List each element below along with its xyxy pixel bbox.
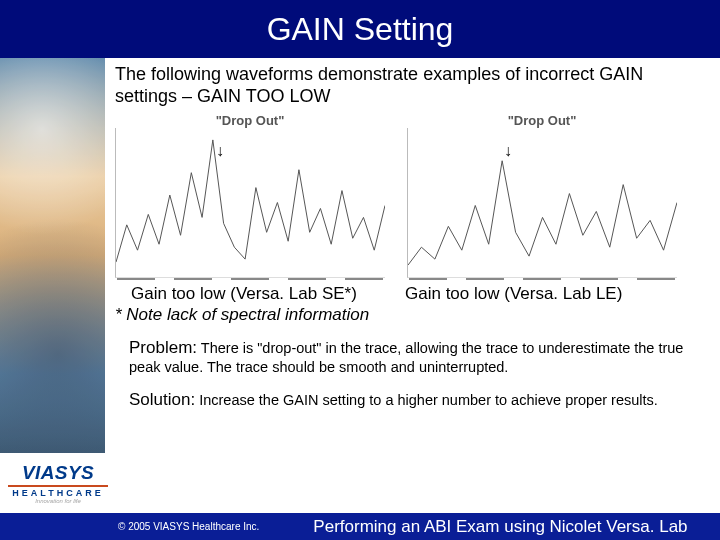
chart-right: "Drop Out" ↓ xyxy=(407,113,677,280)
content-area: The following waveforms demonstrate exam… xyxy=(115,64,702,410)
solution-body: Increase the GAIN setting to a higher nu… xyxy=(199,392,658,408)
intro-text: The following waveforms demonstrate exam… xyxy=(115,64,702,107)
xticks-right xyxy=(407,278,677,280)
problem-body: There is "drop-out" in the trace, allowi… xyxy=(129,340,683,375)
waveform-left xyxy=(116,128,385,277)
side-image xyxy=(0,58,105,453)
slide: GAIN Setting The following waveforms dem… xyxy=(0,0,720,540)
solution-heading: Solution: xyxy=(129,390,195,409)
problem-heading: Problem: xyxy=(129,338,197,357)
charts-row: "Drop Out" ↓ "Drop Out" ↓ xyxy=(115,113,702,280)
waveform-right xyxy=(408,128,677,277)
problem-block: Problem: There is "drop-out" in the trac… xyxy=(129,337,702,376)
chart-left-title: "Drop Out" xyxy=(115,113,385,128)
caption-right: Gain too low (Versa. Lab LE) xyxy=(405,284,685,304)
title-bar: GAIN Setting xyxy=(0,0,720,58)
chart-left: "Drop Out" ↓ xyxy=(115,113,385,280)
logo-tag: Innovation for life xyxy=(6,498,110,504)
chart-right-title: "Drop Out" xyxy=(407,113,677,128)
spectral-note: * Note lack of spectral information xyxy=(115,305,702,325)
viasys-logo: VIASYS HEALTHCARE Innovation for life xyxy=(6,462,110,504)
footer-bar: © 2005 VIASYS Healthcare Inc. Performing… xyxy=(0,513,720,540)
solution-block: Solution: Increase the GAIN setting to a… xyxy=(129,389,702,410)
captions-row: Gain too low (Versa. Lab SE*) Gain too l… xyxy=(115,284,702,304)
slide-title: GAIN Setting xyxy=(267,11,454,48)
logo-sub: HEALTHCARE xyxy=(6,488,110,498)
caption-left: Gain too low (Versa. Lab SE*) xyxy=(115,284,401,304)
chart-right-body: ↓ xyxy=(407,128,677,278)
logo-brand: VIASYS xyxy=(6,462,110,484)
footer-title: Performing an ABI Exam using Nicolet Ver… xyxy=(313,517,687,537)
logo-divider xyxy=(8,485,108,487)
copyright: © 2005 VIASYS Healthcare Inc. xyxy=(118,521,259,532)
xticks-left xyxy=(115,278,385,280)
chart-left-body: ↓ xyxy=(115,128,385,278)
